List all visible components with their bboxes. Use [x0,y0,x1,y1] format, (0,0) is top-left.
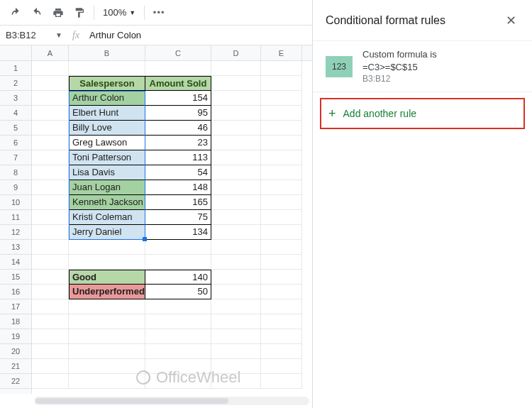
cell-D18[interactable] [211,314,261,329]
cell-A17[interactable] [32,299,69,314]
row-4[interactable]: 4 [0,106,31,121]
cell-D5[interactable] [211,121,261,136]
cell-B10[interactable]: Kenneth Jackson [69,195,145,210]
cell-A19[interactable] [32,329,69,344]
cell-A16[interactable] [32,285,69,299]
cell-A2[interactable] [32,76,69,91]
select-all-corner[interactable] [0,45,32,60]
row-13[interactable]: 13 [0,240,31,255]
cell-A21[interactable] [32,359,69,374]
cell-E2[interactable] [261,76,302,91]
cell-D21[interactable] [211,359,261,374]
cell-D11[interactable] [211,210,261,225]
cell-C19[interactable] [145,329,211,344]
cell-D9[interactable] [211,180,261,195]
cell-C14[interactable] [145,255,211,270]
horizontal-scrollbar[interactable] [34,397,309,405]
col-B[interactable]: B [69,45,145,60]
namebox-dropdown[interactable]: ▼ [55,31,65,39]
cell-E15[interactable] [261,270,302,285]
cell-B6[interactable]: Greg Lawson [69,136,145,150]
row-20[interactable]: 20 [0,344,31,359]
cell-D20[interactable] [211,344,261,359]
cell-C16[interactable]: 50 [145,285,211,299]
cell-E12[interactable] [261,225,302,240]
cell-C11[interactable]: 75 [145,210,211,225]
cell-E18[interactable] [261,314,302,329]
cell-B20[interactable] [69,344,145,359]
cell-E19[interactable] [261,329,302,344]
paint-format-button[interactable] [70,3,89,23]
cell-B17[interactable] [69,299,145,314]
cell-A22[interactable] [32,374,69,389]
col-D[interactable]: D [211,45,261,60]
cell-E8[interactable] [261,165,302,180]
row-8[interactable]: 8 [0,165,31,180]
cell-C9[interactable]: 148 [145,180,211,195]
cell-B4[interactable]: Elbert Hunt [69,106,145,121]
cell-B11[interactable]: Kristi Coleman [69,210,145,225]
cell-C22[interactable] [145,374,211,389]
cell-C3[interactable]: 154 [145,91,211,106]
cell-C6[interactable]: 23 [145,136,211,150]
cell-D2[interactable] [211,76,261,91]
row-6[interactable]: 6 [0,136,31,150]
print-button[interactable] [48,3,68,23]
cell-C10[interactable]: 165 [145,195,211,210]
cell-D19[interactable] [211,329,261,344]
cell-A10[interactable] [32,195,69,210]
cell-B16[interactable]: Underperformed [69,285,145,299]
cell-C13[interactable] [145,240,211,255]
cell-E4[interactable] [261,106,302,121]
row-12[interactable]: 12 [0,225,31,240]
zoom-dropdown[interactable]: 100% ▼ [99,7,140,18]
cell-C12[interactable]: 134 [145,225,211,240]
cell-A12[interactable] [32,225,69,240]
cell-D7[interactable] [211,150,261,165]
cell-grid[interactable]: SalespersonAmount SoldArthur Colon154Elb… [32,61,312,394]
cell-C17[interactable] [145,299,211,314]
cell-B8[interactable]: Lisa Davis [69,165,145,180]
cell-B21[interactable] [69,359,145,374]
cell-D14[interactable] [211,255,261,270]
cell-A18[interactable] [32,314,69,329]
cell-C4[interactable]: 95 [145,106,211,121]
cell-D12[interactable] [211,225,261,240]
cell-A13[interactable] [32,240,69,255]
cell-B9[interactable]: Juan Logan [69,180,145,195]
cell-D13[interactable] [211,240,261,255]
cell-D17[interactable] [211,299,261,314]
cell-C15[interactable]: 140 [145,270,211,285]
col-A[interactable]: A [32,45,69,60]
cell-A3[interactable] [32,91,69,106]
cell-C2[interactable]: Amount Sold [145,76,211,91]
col-C[interactable]: C [145,45,211,60]
row-18[interactable]: 18 [0,314,31,329]
cell-E20[interactable] [261,344,302,359]
cell-E13[interactable] [261,240,302,255]
cell-D4[interactable] [211,106,261,121]
row-3[interactable]: 3 [0,91,31,106]
cell-B19[interactable] [69,329,145,344]
row-16[interactable]: 16 [0,285,31,299]
cell-C1[interactable] [145,61,211,76]
row-2[interactable]: 2 [0,76,31,91]
cell-E7[interactable] [261,150,302,165]
cell-C5[interactable]: 46 [145,121,211,136]
cell-A7[interactable] [32,150,69,165]
cell-E3[interactable] [261,91,302,106]
add-another-rule-button[interactable]: + Add another rule [320,98,525,129]
row-19[interactable]: 19 [0,329,31,344]
cell-B22[interactable] [69,374,145,389]
cell-B2[interactable]: Salesperson [69,76,145,91]
cell-A8[interactable] [32,165,69,180]
cell-E10[interactable] [261,195,302,210]
cell-A4[interactable] [32,106,69,121]
undo-button[interactable] [6,3,26,23]
cell-D1[interactable] [211,61,261,76]
cell-C21[interactable] [145,359,211,374]
cell-C20[interactable] [145,344,211,359]
cell-A5[interactable] [32,121,69,136]
col-E[interactable]: E [261,45,302,60]
cell-B15[interactable]: Good [69,270,145,285]
